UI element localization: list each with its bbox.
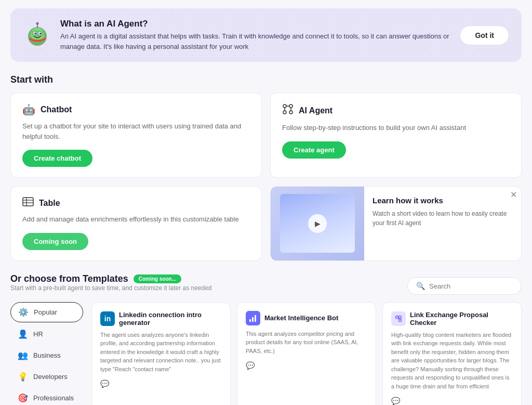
template-card-linkedin: in Linkedin connection intro generator T… [91,302,231,406]
templates-header: Or choose from Templates Coming soon... … [10,273,522,299]
linkexchange-desc: High-quality blog content marketers are … [391,331,513,391]
chatbot-icon: 🤖 [22,103,35,116]
banner-title: What is an AI Agent? [60,19,451,29]
chatbot-card: 🤖 Chatbot Set up a chatbot for your site… [10,93,262,178]
sidebar-item-hr[interactable]: 👤 HR [10,324,83,344]
linkedin-comment-icon[interactable]: 💬 [100,380,109,388]
ai-agent-icon [282,103,294,117]
svg-rect-21 [252,317,254,322]
template-card-linkexchange: Link Exchange Proposal Checker High-qual… [382,302,522,406]
business-icon: 👥 [18,350,28,360]
sidebar-label-popular: Popular [34,308,57,316]
got-it-button[interactable]: Got it [460,25,509,45]
templates-sidebar: ⚙️ Popular 👤 HR 👥 Business 💡 Developers … [10,302,83,406]
linkexchange-icon [391,311,406,326]
table-card: Table Add and manage data enrichments ef… [10,186,262,261]
svg-point-25 [399,316,402,318]
svg-point-12 [289,111,292,114]
templates-subtitle: Start with a pre-built agent to save tim… [10,284,212,292]
professionals-icon: 🎯 [18,393,28,403]
chatbot-header: 🤖 Chatbot [22,103,250,116]
video-preview: ▶ [280,194,355,253]
ai-agent-title: AI Agent [299,106,332,115]
ai-agent-header: AI Agent [282,103,510,117]
search-input[interactable] [429,282,513,290]
sidebar-item-business[interactable]: 👥 Business [10,346,83,365]
svg-rect-22 [255,315,256,322]
video-info: ✕ Learn how it works Watch a short video… [364,187,521,260]
svg-point-23 [396,316,398,318]
market-icon [246,311,260,325]
template-search-box[interactable]: 🔍 [407,277,522,295]
linkedin-title: Linkedin connection intro generator [119,311,222,326]
table-title: Table [39,199,60,208]
developers-icon: 💡 [18,372,28,382]
sidebar-label-developers: Developers [33,373,68,381]
templates-left: Or choose from Templates Coming soon... … [10,273,212,299]
coming-soon-button: Coming soon [22,233,88,250]
banner-text: An AI agent is a digital assistant that … [60,31,451,51]
svg-rect-16 [23,198,33,206]
linkedin-header: in Linkedin connection intro generator [100,311,222,326]
video-close-button[interactable]: ✕ [510,191,517,199]
chatbot-title: Chatbot [41,105,72,114]
market-header: Market Intelligence Bot [246,311,367,325]
ai-agent-desc: Follow step-by-step instructions to buil… [282,123,510,133]
banner-content: What is an AI Agent? An AI agent is a di… [60,19,451,51]
svg-point-24 [399,319,402,321]
table-desc: Add and manage data enrichments effortle… [22,214,250,225]
market-title: Market Intelligence Bot [264,314,367,322]
popular-icon: ⚙️ [18,307,29,317]
table-icon [22,197,34,209]
svg-point-10 [289,104,292,108]
bottom-cards-grid: Table Add and manage data enrichments ef… [10,186,522,261]
linkexchange-header: Link Exchange Proposal Checker [391,311,513,326]
sidebar-item-popular[interactable]: ⚙️ Popular [10,302,83,322]
sidebar-label-professionals: Professionals [33,394,74,402]
templates-title-row: Or choose from Templates Coming soon... [10,273,212,284]
svg-rect-20 [249,319,251,322]
template-cards-grid: in Linkedin connection intro generator T… [91,302,522,406]
linkedin-footer: 💬 [100,380,222,388]
linkexchange-footer: 💬 [391,397,513,405]
templates-layout: ⚙️ Popular 👤 HR 👥 Business 💡 Developers … [10,302,522,406]
ai-agent-card: AI Agent Follow step-by-step instruction… [270,93,522,178]
info-banner: What is an AI Agent? An AI agent is a di… [10,8,522,62]
linkexchange-title: Link Exchange Proposal Checker [410,311,513,326]
market-comment-icon[interactable]: 💬 [246,361,255,370]
video-thumbnail[interactable]: ▶ [271,187,364,260]
chatbot-desc: Set up a chatbot for your site to intera… [22,121,250,141]
svg-point-11 [283,111,286,114]
svg-point-9 [283,104,286,108]
search-icon: 🔍 [416,282,425,290]
sidebar-label-hr: HR [33,330,43,338]
play-button[interactable]: ▶ [308,214,327,233]
mascot-avatar [23,21,52,50]
create-chatbot-button[interactable]: Create chatbot [22,150,92,167]
table-header: Table [22,197,250,209]
video-desc: Watch a short video to learn how to easi… [373,209,513,228]
linkexchange-comment-icon[interactable]: 💬 [391,397,400,405]
templates-title: Or choose from Templates [10,273,128,284]
hr-icon: 👤 [18,329,28,339]
market-footer: 💬 [246,361,367,370]
sidebar-item-professionals[interactable]: 🎯 Professionals [10,388,83,406]
video-title: Learn how it works [373,196,513,205]
market-desc: This agent analyzes competitor pricing a… [246,330,367,356]
svg-point-7 [36,22,39,24]
top-cards-grid: 🤖 Chatbot Set up a chatbot for your site… [10,93,522,178]
linkedin-desc: The agent uses analyzes anyone's linkedi… [100,331,222,374]
create-agent-button[interactable]: Create agent [282,141,346,159]
sidebar-label-business: Business [33,351,61,359]
templates-coming-badge: Coming soon... [134,275,181,283]
video-card: ▶ ✕ Learn how it works Watch a short vid… [270,186,522,261]
sidebar-item-developers[interactable]: 💡 Developers [10,367,83,386]
svg-rect-8 [32,31,43,36]
template-card-market: Market Intelligence Bot This agent analy… [237,302,376,406]
start-with-title: Start with [10,74,522,85]
linkedin-icon: in [100,311,115,326]
